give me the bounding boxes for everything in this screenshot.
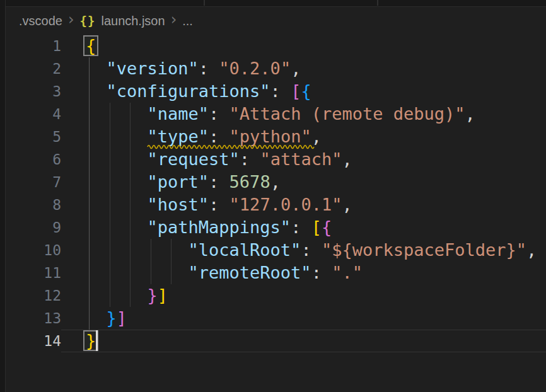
line-number[interactable]: 3 (6, 80, 61, 103)
code-line[interactable]: 6 "request": "attach", (6, 148, 546, 171)
code-text: "request": "attach", (86, 148, 352, 171)
breadcrumb-item-folder[interactable]: .vscode (19, 14, 62, 28)
chevron-right-icon: › (171, 13, 177, 26)
code-text: "port": 5678, (86, 171, 281, 193)
code-line[interactable]: 12 }] (6, 284, 546, 307)
code-line[interactable]: 3 "configurations": [{ (6, 80, 546, 103)
code-text: "pathMappings": [{ (86, 216, 332, 239)
window-left-edge (0, 0, 6, 392)
code-line[interactable]: 5 "type": "python", (6, 125, 546, 148)
code-text: }] (86, 307, 127, 330)
tab-separator (204, 0, 205, 6)
json-braces-icon: {} (80, 14, 96, 28)
code-line[interactable]: 14} (6, 330, 546, 352)
text-cursor (96, 330, 98, 351)
line-number[interactable]: 2 (6, 57, 61, 80)
tab-bar[interactable] (6, 0, 546, 7)
line-number[interactable]: 14 (6, 330, 61, 352)
editor-code-area[interactable]: 1{2 "version": "0.2.0",3 "configurations… (6, 35, 546, 392)
code-text: "remoteRoot": "." (86, 262, 363, 284)
code-line[interactable]: 10 "localRoot": "${workspaceFolder}", (6, 239, 546, 262)
line-number[interactable]: 9 (6, 216, 61, 239)
code-text: "host": "127.0.0.1", (86, 193, 352, 216)
code-line[interactable]: 7 "port": 5678, (6, 171, 546, 193)
line-number[interactable]: 7 (6, 171, 61, 193)
code-text: "name": "Attach (remote debug)", (86, 103, 475, 125)
code-line[interactable]: 9 "pathMappings": [{ (6, 216, 546, 239)
current-line-highlight (61, 330, 546, 352)
line-number[interactable]: 1 (6, 35, 61, 57)
vscode-editor-window: .vscode › {} launch.json › ... 1{2 "vers… (0, 0, 546, 392)
breadcrumb-item-file[interactable]: launch.json (101, 14, 165, 28)
line-number[interactable]: 4 (6, 103, 61, 125)
code-text: "configurations": [{ (86, 80, 311, 103)
tab-separator (377, 0, 378, 6)
code-line[interactable]: 4 "name": "Attach (remote debug)", (6, 103, 546, 125)
code-text: } (86, 330, 96, 352)
line-number[interactable]: 13 (6, 307, 61, 330)
line-number[interactable]: 11 (6, 262, 61, 284)
chevron-right-icon: › (68, 13, 74, 26)
code-text: }] (86, 284, 168, 307)
code-text: "localRoot": "${workspaceFolder}", (86, 239, 537, 262)
code-lines: 1{2 "version": "0.2.0",3 "configurations… (6, 35, 546, 352)
line-number[interactable]: 8 (6, 193, 61, 216)
code-line[interactable]: 1{ (6, 35, 546, 57)
line-number[interactable]: 12 (6, 284, 61, 307)
code-line[interactable]: 8 "host": "127.0.0.1", (6, 193, 546, 216)
code-line[interactable]: 13 }] (6, 307, 546, 330)
breadcrumb: .vscode › {} launch.json › ... (6, 7, 546, 35)
code-line[interactable]: 11 "remoteRoot": "." (6, 262, 546, 284)
line-number[interactable]: 6 (6, 148, 61, 171)
line-number[interactable]: 10 (6, 239, 61, 262)
breadcrumb-symbol-ellipsis[interactable]: ... (182, 14, 193, 28)
line-number[interactable]: 5 (6, 125, 61, 148)
code-line[interactable]: 2 "version": "0.2.0", (6, 57, 546, 80)
code-text: { (86, 35, 96, 57)
code-text: "version": "0.2.0", (86, 57, 301, 80)
